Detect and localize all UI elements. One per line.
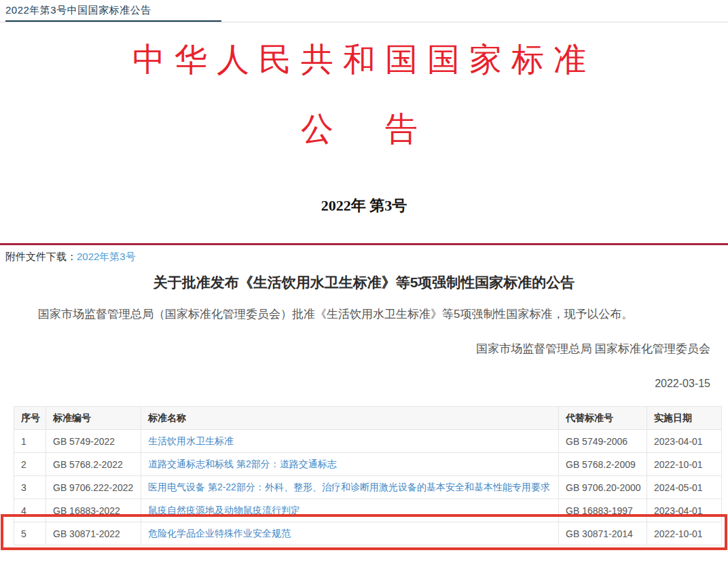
header-replaces: 代替标准号 [559,407,647,430]
table-row: 2 GB 5768.2-2022 道路交通标志和标线 第2部分：道路交通标志 G… [14,453,722,476]
row-replaces: GB 16883-1997 [559,499,647,522]
row-index: 4 [14,499,46,522]
row-code: GB 30871-2022 [46,522,141,545]
row-code: GB 5768.2-2022 [46,453,141,476]
header-divider [0,22,728,22]
row-replaces: GB 5768.2-2009 [559,453,647,476]
standard-name-link[interactable]: 生活饮用水卫生标准 [148,435,234,446]
publish-date: 2022-03-15 [0,378,710,390]
issue-number: 2022年 第3号 [0,196,728,216]
page-title: 2022年第3号中国国家标准公告 [5,4,151,17]
attachment-row: 附件文件下载：2022年第3号 [5,251,136,264]
row-code: GB 16883-2022 [46,499,141,522]
row-code: GB 5749-2022 [46,430,141,453]
row-effective: 2022-10-01 [647,522,722,545]
standard-name-link[interactable]: 医用电气设备 第2-22部分：外科、整形、治疗和诊断用激光设备的基本安全和基本性… [148,482,550,492]
row-code: GB 9706.222-2022 [46,476,141,499]
standard-name-link[interactable]: 鼠疫自然疫源地及动物鼠疫流行判定 [148,505,300,515]
row-effective: 2023-04-01 [647,499,722,522]
row-replaces: GB 5749-2006 [559,430,647,453]
row-index: 3 [14,476,46,499]
table-row: 4 GB 16883-2022 鼠疫自然疫源地及动物鼠疫流行判定 GB 1688… [14,499,722,522]
row-replaces: GB 30871-2014 [559,522,647,545]
row-index: 5 [14,522,46,545]
standard-name-link[interactable]: 道路交通标志和标线 第2部分：道路交通标志 [148,458,337,469]
section-divider [0,243,728,245]
announcement-body: 国家市场监督管理总局（国家标准化管理委员会）批准《生活饮用水卫生标准》等5项强制… [15,306,713,323]
table-row-highlighted: 5 GB 30871-2022 危险化学品企业特殊作业安全规范 GB 30871… [14,522,722,545]
issuer-signature: 国家市场监督管理总局 国家标准化管理委员会 [0,341,710,357]
row-effective: 2024-05-01 [647,476,722,499]
header-code: 标准编号 [46,407,141,430]
row-effective: 2022-10-01 [647,453,722,476]
masthead-title: 中华人民共和国国家标准 [0,38,728,82]
row-index: 1 [14,430,46,453]
attachment-link[interactable]: 2022年第3号 [77,251,136,262]
row-replaces: GB 9706.20-2000 [559,476,647,499]
table-header-row: 序号 标准编号 标准名称 代替标准号 实施日期 [14,407,722,430]
announcement-title: 关于批准发布《生活饮用水卫生标准》等5项强制性国家标准的公告 [0,273,728,292]
header-index: 序号 [14,407,46,430]
header-effective: 实施日期 [647,407,722,430]
standards-table: 序号 标准编号 标准名称 代替标准号 实施日期 1 GB 5749-2022 生… [14,406,722,545]
masthead-subtitle: 公 告 [0,107,728,151]
row-index: 2 [14,453,46,476]
attachment-label: 附件文件下载： [5,251,77,262]
header-name: 标准名称 [141,407,559,430]
standard-name-link[interactable]: 危险化学品企业特殊作业安全规范 [148,528,291,539]
table-row: 1 GB 5749-2022 生活饮用水卫生标准 GB 5749-2006 20… [14,430,722,453]
table-row: 3 GB 9706.222-2022 医用电气设备 第2-22部分：外科、整形、… [14,476,722,499]
row-effective: 2023-04-01 [647,430,722,453]
